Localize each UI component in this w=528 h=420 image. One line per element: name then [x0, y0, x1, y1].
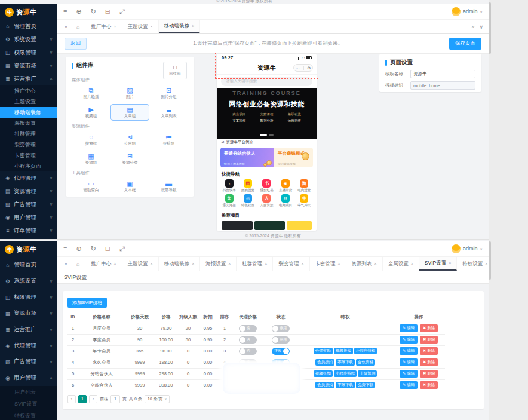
- tab-卡密管理[interactable]: 卡密管理×: [310, 257, 346, 271]
- privilege-badge-上级返佣[interactable]: 上级返佣: [358, 370, 377, 377]
- status-toggle[interactable]: 停用: [272, 325, 290, 332]
- tab-裂变管理[interactable]: 裂变管理×: [273, 257, 309, 271]
- sidebar-item-用户管理[interactable]: ◉用户管理∨: [0, 211, 57, 224]
- component-item-资源组[interactable]: ▦资源组: [72, 151, 110, 167]
- component-item-文章组[interactable]: ▤文章组: [110, 104, 149, 121]
- sidebar-item-管理首页[interactable]: ⌂管理首页: [0, 20, 57, 33]
- edit-button[interactable]: ✎ 编辑: [400, 324, 418, 332]
- recommend-thumbnail[interactable]: [254, 221, 286, 230]
- tab-home[interactable]: ⌂: [71, 20, 85, 33]
- component-item-搜索框[interactable]: ◌搜索框: [72, 131, 110, 148]
- banner-link[interactable]: 兼职引流: [281, 112, 308, 117]
- tab-特权设置[interactable]: 特权设置×: [457, 257, 489, 271]
- component-item-辅助空白[interactable]: ▭辅助空白: [72, 178, 110, 195]
- agent-price-toggle[interactable]: 否: [239, 325, 257, 332]
- delete-button[interactable]: ✖ 删除: [420, 347, 438, 355]
- sidebar-item-资源市场[interactable]: ▦资源市场∨: [0, 305, 57, 321]
- component-item-文本框[interactable]: ▣文本框: [110, 178, 149, 195]
- sidebar-subitem-移动端装修[interactable]: 移动端装修: [0, 107, 57, 118]
- component-item-底部导航[interactable]: ▬底部导航: [149, 178, 188, 195]
- add-svip-price-button[interactable]: 添加SVIP价格: [67, 298, 107, 308]
- sidebar-subitem-特权设置[interactable]: 特权设置: [0, 410, 57, 420]
- privilege-badge-分佣奖励[interactable]: 分佣奖励: [314, 348, 333, 354]
- component-item-视频组[interactable]: ▶视频组: [72, 104, 110, 121]
- privilege-badge-会员折扣[interactable]: 会员折扣: [315, 359, 334, 366]
- delete-button[interactable]: ✖ 删除: [420, 358, 438, 366]
- tab-资源列表[interactable]: 资源列表×: [346, 257, 383, 271]
- close-icon[interactable]: ×: [113, 262, 116, 266]
- refresh-icon[interactable]: ↻: [91, 8, 96, 15]
- recycle-bin[interactable]: ⊟ 回收箱: [163, 62, 187, 79]
- close-icon[interactable]: ×: [192, 262, 194, 266]
- nav-grid-item-团购运营[interactable]: 团团购运营: [238, 179, 257, 192]
- sidebar-item-权限管理[interactable]: ◫权限管理∨: [0, 289, 57, 305]
- delete-button[interactable]: ✖ 删除: [420, 381, 438, 389]
- banner-link[interactable]: 数据分析: [253, 119, 280, 123]
- close-icon[interactable]: ×: [301, 262, 303, 266]
- sidebar-item-代理管理[interactable]: ◈代理管理∨: [0, 171, 57, 185]
- sidebar-item-广告管理[interactable]: ▧广告管理∨: [0, 198, 57, 211]
- sidebar-item-管理首页[interactable]: ⌂管理首页: [0, 257, 57, 273]
- nav-grid-item-特色社区[interactable]: ◎特色社区: [238, 194, 257, 207]
- clear-cache-icon[interactable]: ⊟: [105, 8, 110, 15]
- clear-cache-icon[interactable]: ⊟: [105, 246, 110, 252]
- agent-price-toggle[interactable]: 否: [239, 348, 257, 355]
- current-page[interactable]: 1: [78, 395, 87, 403]
- sidebar-item-资源管理[interactable]: ▤资源管理∨: [0, 185, 57, 198]
- privilege-badge-不限下载[interactable]: 不限下载: [336, 382, 355, 388]
- menu-icon[interactable]: ≡: [63, 246, 67, 252]
- tab-推广中心[interactable]: 推广中心×: [85, 257, 122, 271]
- recommend-thumbnail[interactable]: [222, 221, 253, 230]
- component-item-图片分组[interactable]: ⊡图片分组: [149, 85, 188, 102]
- banner-link[interactable]: 运营思维: [281, 119, 308, 123]
- sidebar-item-运营推广[interactable]: ≣运营推广∨: [0, 321, 57, 338]
- goto-page-input[interactable]: [110, 395, 120, 403]
- privilege-badge-不限下载[interactable]: 不限下载: [336, 359, 355, 366]
- phone-notice-bar[interactable]: ⊲ 资源牛平台简介: [217, 139, 317, 146]
- status-toggle[interactable]: 停用: [272, 336, 290, 344]
- nav-grid-item-电商运营[interactable]: 淘电商运营: [295, 179, 314, 192]
- tab-社群管理[interactable]: 社群管理×: [237, 257, 273, 271]
- close-icon[interactable]: ×: [151, 262, 153, 266]
- tabs-scroll-left[interactable]: «: [61, 257, 71, 271]
- template-slug-input[interactable]: [410, 81, 475, 90]
- dot-icon[interactable]: ⊕: [76, 246, 81, 252]
- close-icon[interactable]: ×: [265, 262, 267, 266]
- user-menu[interactable]: admin∨: [452, 7, 483, 16]
- back-button[interactable]: 返回: [65, 38, 87, 50]
- sidebar-subitem-裂变管理[interactable]: 裂变管理: [0, 139, 57, 150]
- close-icon[interactable]: ×: [338, 262, 340, 266]
- sidebar-subitem-社群管理[interactable]: 社群管理: [0, 128, 57, 139]
- close-icon[interactable]: ×: [228, 262, 231, 266]
- edit-button[interactable]: ✎ 编辑: [400, 358, 418, 366]
- delete-button[interactable]: ✖ 删除: [420, 336, 438, 344]
- sidebar-item-系统设置[interactable]: ⚙系统设置∨: [0, 273, 57, 289]
- privilege-badge-视频折扣[interactable]: 视频折扣: [334, 348, 353, 354]
- banner-link[interactable]: 文案课程: [253, 112, 280, 117]
- prev-page-button[interactable]: ‹: [67, 395, 76, 403]
- nav-grid-item-爆款红书[interactable]: 书爆款红书: [257, 179, 276, 192]
- tab-推广中心[interactable]: 推广中心×: [85, 20, 122, 33]
- component-item-文章列表[interactable]: ≣文章列表: [149, 104, 188, 121]
- tab-主题设置[interactable]: 主题设置×: [122, 257, 159, 271]
- component-item-公告组[interactable]: ⊲公告组: [110, 131, 149, 148]
- user-menu[interactable]: admin∨: [452, 244, 483, 253]
- sidebar-item-用户管理[interactable]: ◉用户管理∧: [0, 370, 57, 386]
- component-item-导航组[interactable]: ≔导航组: [149, 131, 188, 148]
- sidebar-subitem-小程序页面[interactable]: 小程序页面: [0, 161, 57, 171]
- sidebar-subitem-推广中心[interactable]: 推广中心: [0, 85, 57, 96]
- close-icon[interactable]: ×: [411, 262, 413, 266]
- delete-button[interactable]: ✖ 删除: [420, 324, 438, 332]
- nav-grid-item-牛气冲天[interactable]: 牛牛气冲天: [295, 194, 314, 207]
- edit-button[interactable]: ✎ 编辑: [400, 370, 418, 378]
- phone-promo-banner[interactable]: 开通分站合伙人 快速开通享收益 平台赚钱模式 学习赚钱技能: [220, 148, 313, 167]
- scrollbar[interactable]: [489, 241, 491, 280]
- sidebar-subitem-主题设置[interactable]: 主题设置: [0, 96, 57, 107]
- tab-home[interactable]: ⌂: [71, 257, 85, 271]
- close-icon[interactable]: ×: [113, 24, 116, 29]
- phone-preview[interactable]: 09:27 ◠ 资源牛 ⋯ ⊙ 请输入关键字搜索: [217, 54, 317, 231]
- privilege-badge-会员折扣[interactable]: 会员折扣: [315, 382, 334, 388]
- privilege-badge-免费下载[interactable]: 免费下载: [356, 382, 375, 388]
- phone-search-bar[interactable]: 请输入关键字搜索: [221, 77, 312, 86]
- sidebar-subitem-海报设置[interactable]: 海报设置: [0, 118, 57, 128]
